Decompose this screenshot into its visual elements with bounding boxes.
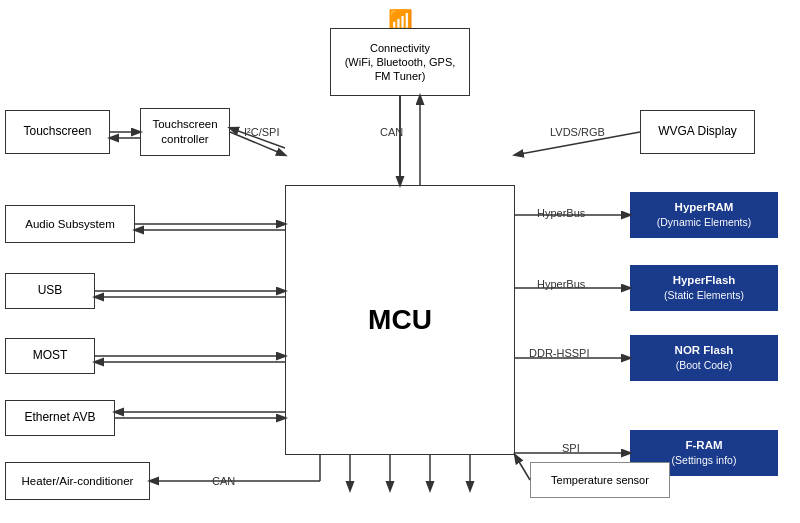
spi-label: SPI <box>560 442 582 454</box>
mcu-block: MCU <box>285 185 515 455</box>
nor-flash-block: NOR Flash(Boot Code) <box>630 335 778 381</box>
fram-label: F-RAM(Settings info) <box>672 438 737 468</box>
touchscreen-ctrl-label: Touchscreen controller <box>145 117 225 147</box>
hyperram-block: HyperRAM(Dynamic Elements) <box>630 192 778 238</box>
wvga-label: WVGA Display <box>658 124 737 140</box>
connectivity-label: Connectivity (WiFi, Bluetooth, GPS, FM T… <box>345 41 456 84</box>
hyperflash-block: HyperFlash(Static Elements) <box>630 265 778 311</box>
temp-sensor-label: Temperature sensor <box>551 473 649 487</box>
touchscreen-label: Touchscreen <box>23 124 91 140</box>
ethernet-block: Ethernet AVB <box>5 400 115 436</box>
usb-label: USB <box>38 283 63 299</box>
ddr-hsspi-label: DDR-HSSPI <box>527 347 592 359</box>
most-label: MOST <box>33 348 68 364</box>
hyperram-label: HyperRAM(Dynamic Elements) <box>657 200 752 230</box>
diagram: 📶 Connectivity (WiFi, Bluetooth, GPS, FM… <box>0 0 800 523</box>
can-bottom-label: CAN <box>210 475 237 487</box>
temp-sensor-block: Temperature sensor <box>530 462 670 498</box>
heater-block: Heater/Air-conditioner <box>5 462 150 500</box>
most-block: MOST <box>5 338 95 374</box>
i2c-spi-label: I²C/SPI <box>242 126 281 138</box>
wvga-block: WVGA Display <box>640 110 755 154</box>
touchscreen-block: Touchscreen <box>5 110 110 154</box>
usb-block: USB <box>5 273 95 309</box>
can-top-label: CAN <box>378 126 405 138</box>
hyperbus2-label: HyperBus <box>535 278 587 290</box>
mcu-label: MCU <box>368 302 432 338</box>
nor-flash-label: NOR Flash(Boot Code) <box>675 343 734 373</box>
ethernet-label: Ethernet AVB <box>24 410 95 426</box>
audio-block: Audio Subsystem <box>5 205 135 243</box>
hyperbus1-label: HyperBus <box>535 207 587 219</box>
lvds-rgb-label: LVDS/RGB <box>548 126 607 138</box>
svg-line-27 <box>515 455 530 480</box>
audio-label: Audio Subsystem <box>25 217 115 232</box>
hyperflash-label: HyperFlash(Static Elements) <box>664 273 744 303</box>
touchscreen-ctrl-block: Touchscreen controller <box>140 108 230 156</box>
connectivity-block: Connectivity (WiFi, Bluetooth, GPS, FM T… <box>330 28 470 96</box>
heater-label: Heater/Air-conditioner <box>22 474 134 489</box>
